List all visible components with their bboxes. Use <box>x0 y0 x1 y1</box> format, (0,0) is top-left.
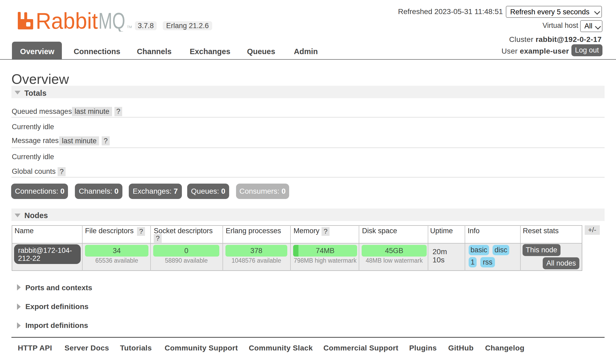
svg-text:MQ: MQ <box>98 9 125 32</box>
svg-text:TM: TM <box>127 25 132 29</box>
svg-text:Rabbit: Rabbit <box>36 9 98 32</box>
